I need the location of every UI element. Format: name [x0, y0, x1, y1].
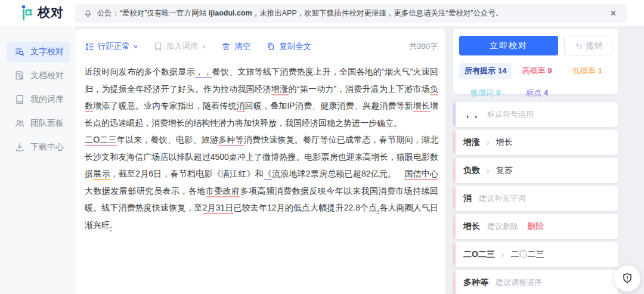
doc-check-icon — [14, 70, 25, 81]
card-note-text: 建议补充字词 — [479, 193, 525, 204]
card-suggestion-text: 增长 — [496, 137, 513, 148]
check-now-button[interactable]: 立即校对 — [459, 36, 558, 55]
plain-text: 已较去年12月的低点大幅提升22.8个点 — [234, 203, 377, 212]
card-note-text: 标点符号连用 — [487, 109, 534, 120]
trash-icon — [221, 42, 231, 52]
plain-text: 增添了暖意。业内专家指出，随着传统 — [93, 101, 236, 110]
sidebar-item-label: 文档校对 — [30, 70, 64, 81]
filter-label: 标点 — [526, 88, 541, 97]
card-note-text: 建议调整语序 — [496, 277, 542, 288]
sidebar-item-label: 我的词库 — [30, 94, 64, 105]
filter-count: 9 — [547, 66, 552, 75]
sidebar-item-text-check[interactable]: 文字校对 — [7, 42, 70, 62]
sidebar-item-team-panel[interactable]: 团队面板 — [7, 113, 70, 134]
card-original-text: 二O二三 — [463, 249, 495, 260]
marked-text-punct[interactable]: 《 — [264, 169, 272, 180]
add-to-dictionary-button[interactable]: 加入词库 ∨ — [153, 41, 206, 52]
filter-all[interactable]: 所有提示14 — [459, 63, 512, 79]
sidebar-menu: 文字校对文档校对我的词库团队面板下载中心 — [0, 42, 76, 157]
marked-text-high[interactable]: 国信中心 — [404, 169, 438, 180]
marked-text-high[interactable]: 消 — [237, 101, 245, 112]
card-original-text: 多种等 — [463, 277, 488, 288]
card-original-text: 增涨 — [463, 137, 480, 148]
card-note-text: 建议删除 — [487, 221, 518, 232]
sidebar-item-label: 团队面板 — [30, 118, 64, 129]
copy-all-button[interactable]: 复制全文 — [266, 41, 311, 52]
card-original-text: ，， — [463, 109, 480, 120]
line-spacing-button[interactable]: 行距正常 ∨ — [85, 41, 138, 52]
arrow-right-icon: › — [487, 138, 490, 147]
marked-text-high[interactable]: 二O二三 — [85, 135, 117, 146]
suggestion-card[interactable]: 增涨›增长 — [453, 130, 618, 155]
banner-close-icon[interactable]: ✕ — [608, 8, 619, 19]
team-panel-icon — [14, 118, 25, 129]
dictionary-add-icon — [153, 42, 163, 52]
marked-text-high[interactable]: 多种等 — [218, 135, 244, 146]
security-fab[interactable] — [614, 265, 640, 292]
clear-button[interactable]: 清空 — [221, 41, 250, 52]
filter-count: 14 — [498, 66, 506, 75]
suggestion-card[interactable]: 多种等建议调整语序 — [453, 270, 618, 294]
arrow-right-icon: › — [487, 166, 490, 175]
suggestion-list: ，，标点符号连用增涨›增长负数›复苏消建议补充字词增长建议删除删除二O二三›二〇… — [453, 102, 618, 294]
suggestion-card[interactable]: 增长建议删除删除 — [453, 214, 618, 239]
card-original-text: 增长 — [463, 221, 480, 232]
app-logo: 校对 — [20, 4, 64, 21]
filter-tabs: 所有提示14高概率9低概率1敏感词0标点4 — [459, 63, 612, 101]
filter-label: 敏感词 — [470, 88, 494, 97]
suggestion-card[interactable]: 消建议补充字词 — [453, 186, 618, 211]
plain-text: 流浪地球2票房总额已超82亿元。 — [272, 169, 404, 178]
filter-label: 所有提示 — [465, 66, 496, 75]
sidebar-item-doc-check[interactable]: 文档校对 — [7, 66, 70, 86]
marked-text-high[interactable]: 市委政府 — [206, 186, 240, 197]
sidebar-item-download-center[interactable]: 下载中心 — [7, 137, 70, 157]
marked-text-high[interactable]: 2月31日 — [203, 203, 234, 214]
sidebar-item-label: 下载中心 — [30, 142, 64, 153]
card-suggestion-text: 二〇二三 — [511, 249, 544, 260]
filter-label: 高概率 — [522, 66, 545, 75]
marked-text-punct[interactable]: ，， — [195, 67, 212, 78]
marked-text-high[interactable]: 增长 — [413, 101, 430, 112]
suggestion-card[interactable]: 二O二三›二〇二三 — [453, 242, 618, 267]
announcement-text: 公告：“爱校对”仅有唯一官方网站 ijiaodui.com，未推出APP，欢迎下… — [97, 8, 503, 18]
download-center-icon — [14, 142, 25, 153]
paragraph: 近段时间发布的多个数据显示，，餐饮、文旅等线下消费热度上升，全国各地的“烟火气”… — [85, 63, 438, 131]
filter-high[interactable]: 高概率9 — [516, 63, 557, 79]
my-dictionary-icon — [14, 94, 25, 105]
copy-icon — [266, 42, 276, 52]
logo-text: 校对 — [38, 4, 64, 21]
megaphone-icon — [83, 9, 92, 18]
marked-text-high[interactable]: 增涨 — [271, 84, 288, 95]
text-check-icon — [14, 47, 25, 57]
plain-text: ，截至2月6日，春节档电影《满江红》和 — [110, 169, 264, 178]
card-original-text: 消 — [463, 193, 472, 204]
plain-text: 大数据发展部研究员表示，各地 — [85, 186, 206, 196]
arrow-right-icon: › — [501, 250, 504, 259]
sidebar-item-my-dictionary[interactable]: 我的词库 — [7, 89, 70, 110]
plain-text: 近段时间发布的多个数据显示 — [85, 67, 195, 76]
announcement-banner: 公告：“爱校对”仅有唯一官方网站 ijiaodui.com，未推出APP，欢迎下… — [75, 4, 627, 23]
sidebar-item-label: 文字校对 — [30, 47, 64, 57]
results-panel: 立即校对 撤销 所有提示14高概率9低概率1敏感词0标点4 ，，标点符号连用增涨… — [453, 29, 618, 294]
filter-punct[interactable]: 标点4 — [521, 85, 553, 101]
plain-text: 回暖，叠加IP消费、健康消费、兴趣消费等新 — [245, 101, 413, 110]
filter-count: 0 — [496, 88, 500, 97]
marked-text-punct[interactable]: . — [110, 220, 112, 231]
paragraph: 二O二三年以来，餐饮、电影、旅游多种等消费快速恢复。餐厅等位已成常态，春节期间，… — [85, 131, 438, 233]
logo-icon — [20, 4, 35, 21]
suggestion-card[interactable]: ，，标点符号连用 — [453, 102, 618, 127]
sidebar: 文字校对文档校对我的词库团队面板下载中心 — [0, 26, 76, 294]
filter-count: 4 — [544, 88, 548, 97]
filter-label: 低概率 — [572, 66, 596, 75]
editor-text-area[interactable]: 近段时间发布的多个数据显示，，餐饮、文旅等线下消费热度上升，全国各地的“烟火气”… — [85, 63, 438, 288]
filter-sensitive[interactable]: 敏感词0 — [465, 85, 506, 101]
shield-icon — [621, 272, 634, 285]
plain-text: 年以来，餐饮、电影、旅游 — [117, 135, 218, 144]
undo-button[interactable]: 撤销 — [564, 36, 612, 55]
suggestion-card[interactable]: 负数›复苏 — [453, 158, 618, 183]
card-original-text: 负数 — [463, 165, 480, 176]
filter-low[interactable]: 低概率1 — [567, 63, 608, 79]
check-control-card: 立即校对 撤销 所有提示14高概率9低概率1敏感词0标点4 — [453, 29, 618, 94]
card-delete-action-button[interactable]: 删除 — [527, 221, 544, 232]
marked-text-low[interactable]: 展示 — [93, 169, 110, 180]
